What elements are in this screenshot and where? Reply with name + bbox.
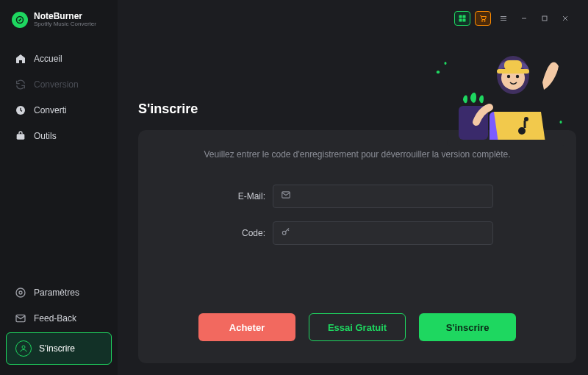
svg-rect-20 — [504, 60, 522, 71]
sidebar-item-feedback[interactable]: Feed-Back — [6, 307, 112, 330]
refresh-icon — [15, 79, 26, 90]
svg-point-6 — [22, 346, 25, 349]
svg-rect-10 — [463, 19, 466, 22]
sidebar-item-label: Outils — [34, 131, 57, 141]
code-input[interactable] — [297, 228, 485, 238]
svg-point-3 — [19, 291, 22, 294]
window-close-button[interactable] — [557, 11, 573, 26]
buy-button[interactable]: Acheter — [198, 313, 295, 341]
sidebar-item-home[interactable]: Accueil — [6, 47, 112, 71]
sidebar-item-label: Accueil — [34, 54, 62, 64]
svg-point-26 — [282, 231, 286, 235]
svg-rect-24 — [447, 140, 564, 146]
register-instruction: Veuillez entrer le code d'enregistrement… — [159, 149, 556, 160]
user-icon — [15, 340, 32, 357]
menu-button[interactable] — [495, 11, 512, 26]
signup-illustration — [432, 47, 572, 150]
signup-button[interactable]: S'inscrire — [419, 313, 516, 341]
sidebar-item-label: Feed-Back — [34, 313, 76, 324]
svg-rect-9 — [459, 19, 462, 22]
trial-button[interactable]: Essai Gratuit — [309, 313, 406, 341]
register-actions: Acheter Essai Gratuit S'inscrire — [159, 313, 556, 344]
app-subtitle: Spotify Music Converter — [34, 21, 96, 28]
grid-view-button[interactable] — [454, 11, 470, 26]
mail-icon — [15, 312, 26, 324]
email-input[interactable] — [297, 191, 485, 201]
sidebar-item-conversion[interactable]: Conversion — [6, 73, 112, 96]
toolbox-icon — [15, 130, 26, 142]
email-field[interactable] — [273, 185, 493, 208]
mail-icon — [281, 190, 291, 203]
main-pane: S'inscrire Veuillez entrer le code d'enr… — [118, 0, 588, 375]
sidebar-item-label: S'inscrire — [39, 343, 75, 354]
svg-point-11 — [481, 21, 483, 22]
window-maximize-button[interactable] — [537, 11, 553, 26]
svg-rect-8 — [463, 15, 466, 18]
svg-point-17 — [507, 75, 510, 78]
window-minimize-button[interactable] — [516, 11, 532, 26]
svg-point-22 — [518, 127, 526, 135]
register-panel: Veuillez entrer le code d'enregistrement… — [138, 130, 576, 363]
sidebar-item-label: Paramètres — [34, 288, 79, 298]
page-title: S'inscrire — [138, 101, 198, 117]
sidebar-item-tools[interactable]: Outils — [6, 124, 112, 148]
svg-point-4 — [16, 288, 25, 297]
svg-rect-13 — [542, 16, 547, 21]
key-icon — [281, 226, 291, 240]
sidebar-item-signup[interactable]: S'inscrire — [6, 332, 112, 365]
home-icon — [15, 53, 26, 65]
sidebar-item-label: Converti — [34, 105, 67, 115]
logo-mark-icon — [12, 12, 28, 28]
gear-icon — [15, 287, 26, 299]
sidebar: NoteBurner Spotify Music Converter Accue… — [0, 0, 118, 375]
clock-icon — [15, 104, 26, 116]
sidebar-nav: Accueil Conversion Converti Outils — [6, 47, 112, 281]
sidebar-item-converted[interactable]: Converti — [6, 99, 112, 122]
svg-point-12 — [484, 21, 486, 22]
titlebar — [138, 7, 576, 29]
sidebar-item-label: Conversion — [34, 79, 79, 90]
code-label: Code: — [221, 228, 265, 238]
svg-rect-7 — [459, 15, 462, 18]
code-field[interactable] — [273, 221, 493, 245]
register-form: E-Mail: Code: — [159, 185, 556, 245]
cart-button[interactable] — [475, 11, 491, 26]
svg-point-18 — [516, 75, 519, 78]
svg-point-23 — [524, 117, 528, 121]
sidebar-item-settings[interactable]: Paramètres — [6, 281, 112, 304]
app-logo: NoteBurner Spotify Music Converter — [6, 9, 112, 38]
email-label: E-Mail: — [221, 191, 265, 201]
svg-rect-2 — [17, 134, 25, 139]
app-name: NoteBurner — [34, 12, 96, 21]
